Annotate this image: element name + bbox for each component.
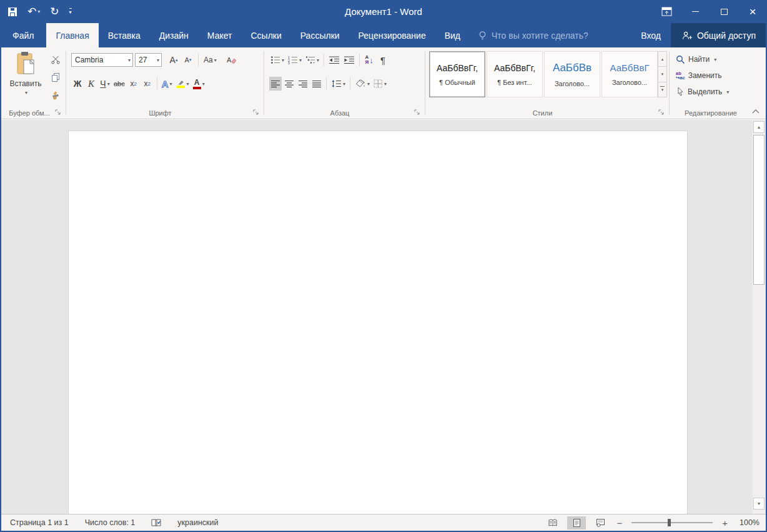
- justify-button[interactable]: [310, 77, 323, 91]
- bold-button[interactable]: Ж: [71, 77, 84, 91]
- align-left-button[interactable]: [269, 77, 282, 91]
- document-area: ▴ ▾: [1, 120, 766, 514]
- collapse-ribbon-button[interactable]: [752, 109, 760, 114]
- ribbon-display-options-button[interactable]: [652, 0, 681, 23]
- sort-button[interactable]: АЯ ↓: [363, 53, 375, 67]
- minimize-button[interactable]: [681, 0, 710, 23]
- font-group-label: Шрифт: [66, 109, 254, 117]
- format-painter-button[interactable]: [49, 89, 62, 102]
- clipboard-dialog-launcher[interactable]: [55, 109, 62, 116]
- read-mode-button[interactable]: [543, 516, 562, 530]
- multilevel-list-button[interactable]: ▾: [304, 53, 320, 67]
- font-row2-separator: [157, 77, 157, 90]
- tab-view[interactable]: Вид: [435, 23, 470, 47]
- grow-font-button[interactable]: А ▴: [167, 53, 180, 67]
- bullets-button[interactable]: ▾: [269, 53, 285, 67]
- tab-design[interactable]: Дизайн: [150, 23, 198, 47]
- increase-indent-icon: [344, 56, 355, 64]
- print-layout-button[interactable]: [567, 516, 586, 530]
- paste-button[interactable]: Вставить ▾: [7, 51, 44, 109]
- proofing-status-icon[interactable]: [151, 518, 161, 528]
- ribbon-display-options-icon: [661, 7, 672, 16]
- style-heading2[interactable]: АаБбВвГ Заголово...: [601, 51, 658, 97]
- increase-indent-button[interactable]: [342, 53, 356, 67]
- shading-button[interactable]: ▾: [354, 77, 371, 91]
- clear-formatting-button[interactable]: A: [225, 53, 238, 67]
- superscript-button[interactable]: x2: [141, 77, 154, 91]
- close-button[interactable]: ×: [738, 0, 767, 23]
- style-heading1[interactable]: АаБбВв Заголово...: [544, 51, 600, 97]
- strikethrough-button[interactable]: abc: [112, 77, 126, 91]
- align-right-button[interactable]: [297, 77, 309, 91]
- align-center-button[interactable]: [283, 77, 295, 91]
- select-cursor-icon: [676, 87, 685, 97]
- tab-references[interactable]: Ссылки: [241, 23, 290, 47]
- italic-button[interactable]: К: [85, 77, 97, 91]
- styles-scroll-up-button[interactable]: ▴: [658, 51, 667, 67]
- tab-insert[interactable]: Вставка: [99, 23, 150, 47]
- cut-button[interactable]: [49, 52, 62, 66]
- scroll-down-button[interactable]: ▾: [753, 498, 765, 510]
- tab-review[interactable]: Рецензирование: [349, 23, 435, 47]
- tab-file[interactable]: Файл: [0, 23, 46, 47]
- shading-icon: [355, 79, 366, 88]
- zoom-percentage[interactable]: 100%: [735, 518, 760, 527]
- highlight-button[interactable]: ▾: [175, 77, 191, 91]
- language-indicator[interactable]: украинский: [177, 518, 218, 527]
- scroll-up-icon: ▴: [758, 124, 760, 130]
- ribbon-tab-row: Файл Главная Вставка Дизайн Макет Ссылки…: [0, 23, 767, 47]
- font-color-button[interactable]: А ▾: [192, 77, 206, 91]
- editing-group: Найти ▾ ab ↪ac Заменить Выделить ▾ Редак…: [670, 47, 752, 119]
- decrease-indent-button[interactable]: [327, 53, 341, 67]
- paragraph-dialog-launcher[interactable]: [414, 109, 421, 116]
- tab-layout[interactable]: Макет: [198, 23, 242, 47]
- styles-dialog-launcher[interactable]: [658, 109, 665, 116]
- font-family-combo[interactable]: Cambria ▾: [71, 53, 133, 67]
- text-effects-button[interactable]: А ▾: [161, 77, 174, 91]
- scrollbar-thumb[interactable]: [753, 135, 765, 285]
- show-marks-button[interactable]: ¶: [377, 53, 389, 67]
- font-dialog-launcher[interactable]: [253, 109, 260, 116]
- document-page[interactable]: [68, 131, 688, 514]
- tab-mailings[interactable]: Рассылки: [291, 23, 349, 47]
- subscript-button[interactable]: x2: [127, 77, 140, 91]
- replace-button[interactable]: ab ↪ac Заменить: [676, 69, 722, 82]
- page-indicator[interactable]: Страница 1 из 1: [10, 518, 69, 527]
- style-no-spacing[interactable]: АаБбВвГг, ¶ Без инт...: [487, 51, 543, 97]
- shrink-font-button[interactable]: А ▾: [182, 53, 194, 67]
- tab-home[interactable]: Главная: [46, 23, 98, 47]
- style-normal[interactable]: АаБбВвГг, ¶ Обычный: [429, 51, 485, 97]
- web-layout-button[interactable]: [591, 516, 610, 530]
- styles-scroll-down-button[interactable]: ▾: [658, 67, 667, 82]
- numbering-button[interactable]: 1 2 3 ▾: [287, 53, 303, 67]
- zoom-slider-thumb[interactable]: [668, 519, 671, 526]
- maximize-icon: [721, 9, 728, 15]
- underline-caret-icon: ▾: [107, 81, 110, 87]
- change-case-caret-icon: ▾: [214, 57, 217, 63]
- maximize-button[interactable]: [710, 0, 738, 23]
- vertical-scrollbar[interactable]: ▴ ▾: [753, 121, 765, 514]
- title-bar: ↶ ▾ ↻ ▾ Документ1 - Word ×: [0, 0, 767, 23]
- styles-gallery-more-button[interactable]: ▾: [658, 82, 667, 97]
- underline-button[interactable]: Ч ▾: [99, 77, 111, 91]
- sign-in-button[interactable]: Вход: [631, 23, 671, 47]
- multilevel-list-icon: [305, 56, 315, 64]
- borders-button[interactable]: ▾: [372, 77, 388, 91]
- zoom-slider[interactable]: [631, 522, 713, 523]
- font-size-combo[interactable]: 27 ▾: [135, 53, 162, 67]
- scroll-up-button[interactable]: ▴: [753, 121, 765, 133]
- share-label: Общий доступ: [697, 31, 756, 41]
- line-spacing-button[interactable]: ▾: [330, 77, 347, 91]
- tell-me-box[interactable]: Что вы хотите сделать?: [470, 23, 597, 47]
- svg-text:A: A: [227, 56, 232, 64]
- select-button[interactable]: Выделить ▾: [676, 85, 729, 99]
- change-case-button[interactable]: Aa ▾: [202, 53, 218, 67]
- zoom-in-button[interactable]: +: [720, 518, 730, 528]
- copy-button[interactable]: [49, 71, 62, 84]
- find-button[interactable]: Найти ▾: [676, 52, 716, 66]
- word-count[interactable]: Число слов: 1: [85, 518, 136, 527]
- share-button[interactable]: Общий доступ: [671, 23, 767, 47]
- shading-caret-icon: ▾: [367, 81, 370, 87]
- font-color-icon: А: [193, 79, 201, 89]
- zoom-out-button[interactable]: −: [615, 518, 624, 528]
